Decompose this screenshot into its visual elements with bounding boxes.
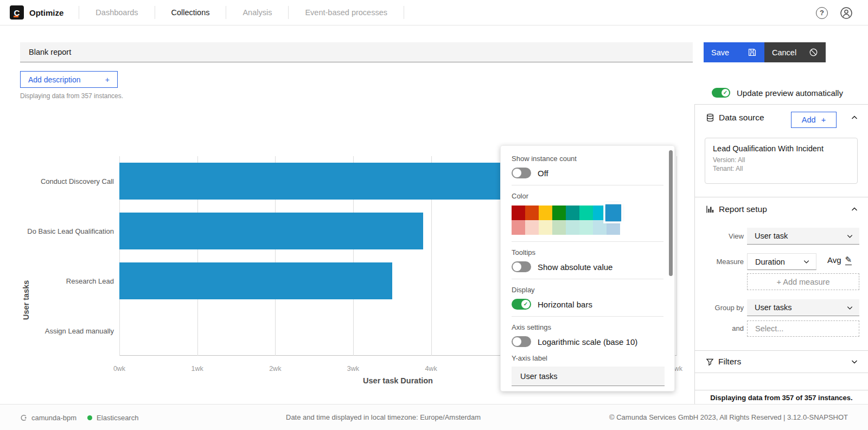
add-data-source-button[interactable]: Add + xyxy=(791,112,837,128)
color-swatch[interactable] xyxy=(552,206,566,220)
chevron-down-icon[interactable] xyxy=(850,357,859,366)
process-name: Lead Qualification With Incident xyxy=(713,144,850,153)
color-swatch[interactable] xyxy=(539,220,552,235)
tab-analysis[interactable]: Analysis xyxy=(229,8,285,17)
filters-title: Filters xyxy=(718,357,741,367)
view-select[interactable]: User task xyxy=(747,228,859,245)
color-swatch[interactable] xyxy=(607,220,620,235)
display-toggle-label: Horizontal bars xyxy=(538,300,592,309)
filters-header[interactable]: Filters xyxy=(695,350,868,373)
tab-collections[interactable]: Collections xyxy=(158,8,223,17)
horizontal-bars-toggle[interactable]: ✓ xyxy=(512,299,531,310)
save-button[interactable]: Save xyxy=(704,42,764,62)
chevron-up-icon[interactable] xyxy=(850,113,859,122)
timezone-note: Date and time displayed in local timezon… xyxy=(286,413,481,421)
x-tick-label: 0wk xyxy=(113,365,125,373)
color-swatch[interactable] xyxy=(579,220,593,235)
camunda-logo[interactable]: C xyxy=(10,5,24,20)
aggregation-control: Avg ✎ xyxy=(827,255,852,265)
color-swatch[interactable] xyxy=(512,206,525,220)
nav-divider xyxy=(79,6,79,19)
cancel-label: Cancel xyxy=(772,48,796,57)
chart-settings-popup: Show instance count ✓ Off Color Tooltips… xyxy=(500,145,675,392)
group-by-select[interactable]: User tasks xyxy=(747,299,859,316)
color-swatch[interactable] xyxy=(566,220,579,235)
edit-pencil-icon[interactable]: ✎ xyxy=(845,255,852,265)
data-source-header: Data source xyxy=(695,105,868,131)
x-tick-label: 2wk xyxy=(269,365,281,373)
instance-count-label: Show instance count xyxy=(512,155,663,163)
measure-value: Duration xyxy=(755,258,785,266)
nav-divider xyxy=(288,6,289,19)
tab-event-based-processes[interactable]: Event-based processes xyxy=(292,8,400,17)
update-preview-toggle-row: ✓ Update preview automatically xyxy=(712,88,843,98)
divider xyxy=(512,185,663,185)
color-swatch[interactable] xyxy=(525,206,539,220)
bar xyxy=(119,213,423,249)
measure-select[interactable]: Duration xyxy=(747,253,816,270)
report-setup-title: Report setup xyxy=(719,204,767,214)
elasticsearch-status-icon xyxy=(87,415,92,420)
report-name-input[interactable] xyxy=(20,42,693,62)
color-swatch[interactable] xyxy=(539,206,552,220)
log-scale-toggle[interactable]: ✓ xyxy=(512,336,531,347)
aggregation-value: Avg xyxy=(827,255,841,265)
chevron-down-icon xyxy=(802,258,810,266)
color-label: Color xyxy=(512,192,663,200)
footer: camunda-bpm Elasticsearch Date and time … xyxy=(0,404,868,430)
help-icon[interactable]: ? xyxy=(816,7,828,19)
x-tick-label: 4wk xyxy=(425,365,437,373)
add-measure-button[interactable]: + Add measure xyxy=(747,273,859,290)
chevron-down-icon xyxy=(846,304,854,312)
color-swatch[interactable] xyxy=(512,220,525,235)
nav-divider xyxy=(404,6,404,19)
add-label: Add xyxy=(802,115,816,124)
top-nav: C Optimize Dashboards Collections Analys… xyxy=(0,0,868,25)
bar xyxy=(119,163,525,200)
y-axis-categories: Conduct Discovery CallDo Basic Lead Qual… xyxy=(0,156,114,356)
color-swatch[interactable] xyxy=(593,206,607,220)
color-swatch[interactable] xyxy=(566,206,579,220)
axis-toggle-label: Logarithmic scale (base 10) xyxy=(538,337,637,346)
bar-chart-icon xyxy=(706,205,714,214)
tab-dashboards[interactable]: Dashboards xyxy=(82,8,151,17)
color-swatch[interactable] xyxy=(605,204,622,222)
instance-count-toggle[interactable]: ✓ xyxy=(512,168,531,178)
camunda-icon xyxy=(20,414,27,421)
group-by-value: User tasks xyxy=(755,303,792,312)
process-tenant: Tenant: All xyxy=(713,165,850,174)
view-label: View xyxy=(695,232,744,240)
instances-note: Displaying data from 357 instances. xyxy=(20,92,123,100)
category-label: Assign Lead manually xyxy=(0,306,114,356)
category-label: Research Lead xyxy=(0,256,114,306)
cancel-button[interactable]: Cancel xyxy=(764,42,826,62)
x-tick-label: 3wk xyxy=(347,365,359,373)
group-by-label: Group by xyxy=(695,304,744,312)
and-group-by-select[interactable]: Select... xyxy=(747,320,859,337)
bar xyxy=(119,262,392,299)
category-label: Do Basic Lead Qualification xyxy=(0,206,114,256)
copyright-note: © Camunda Services GmbH 2023, All Rights… xyxy=(609,413,848,421)
y-axis-label-input[interactable] xyxy=(512,367,665,386)
elasticsearch-label: Elasticsearch xyxy=(97,414,138,422)
save-label: Save xyxy=(711,48,729,57)
color-swatch[interactable] xyxy=(552,220,566,235)
data-source-card[interactable]: Lead Qualification With Incident Version… xyxy=(705,138,858,184)
display-label: Display xyxy=(512,286,663,294)
y-axis-label-label: Y-axis label xyxy=(512,354,663,362)
cancel-icon xyxy=(809,48,818,57)
add-description-button[interactable]: Add description + xyxy=(20,71,118,88)
tooltips-toggle[interactable]: ✓ xyxy=(512,261,531,272)
check-icon: ✓ xyxy=(723,90,727,95)
chevron-up-icon[interactable] xyxy=(850,205,859,214)
popup-scrollbar-thumb[interactable] xyxy=(669,150,673,276)
nav-divider xyxy=(155,6,155,19)
color-swatch[interactable] xyxy=(525,220,539,235)
user-icon[interactable] xyxy=(840,7,853,20)
gridline xyxy=(676,156,677,356)
footer-brand-link[interactable]: camunda-bpm xyxy=(31,414,76,422)
color-swatch[interactable] xyxy=(593,220,607,235)
plus-icon: + xyxy=(821,115,826,124)
color-swatch[interactable] xyxy=(579,206,593,220)
update-preview-toggle[interactable]: ✓ xyxy=(712,88,730,98)
